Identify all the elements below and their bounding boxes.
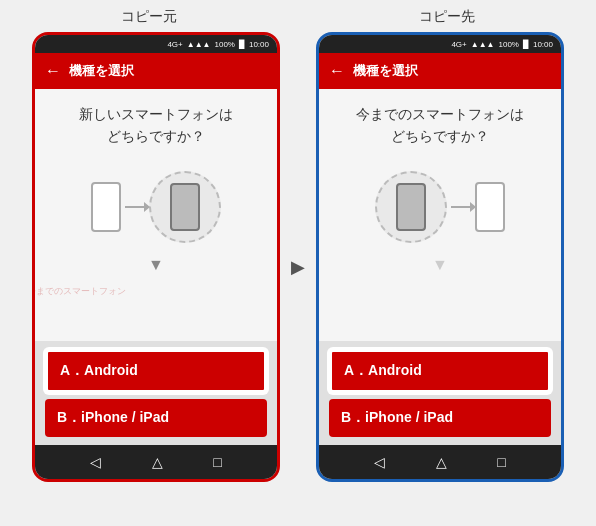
copy-source-label: コピー元 bbox=[121, 8, 177, 26]
copy-dest-label: コピー先 bbox=[419, 8, 475, 26]
down-arrow-right: ▼ bbox=[432, 256, 448, 274]
android-button-left[interactable]: A．Android bbox=[45, 349, 267, 393]
iphone-button-left[interactable]: B．iPhone / iPad bbox=[45, 399, 267, 437]
android-button-right[interactable]: A．Android bbox=[329, 349, 551, 393]
illus-phone-center-right bbox=[396, 183, 426, 231]
phone-content-left: 新しいスマートフォンは どちらですか？ ▼ 今までのスマートフォン bbox=[35, 89, 277, 445]
illus-arrow-left bbox=[125, 206, 145, 208]
question-left: 新しいスマートフォンは どちらですか？ bbox=[79, 103, 233, 148]
back-nav-icon-right[interactable]: ◁ bbox=[374, 454, 385, 470]
recents-nav-icon-left[interactable]: □ bbox=[213, 454, 221, 470]
illus-phone-small-left bbox=[91, 182, 121, 232]
down-arrow-left: ▼ bbox=[148, 256, 164, 274]
illustration-left bbox=[45, 162, 267, 252]
bg-hint-left: 今までのスマートフォン bbox=[35, 285, 126, 298]
back-arrow-right[interactable]: ← bbox=[329, 62, 345, 80]
illus-circle-left bbox=[149, 171, 221, 243]
iphone-button-right[interactable]: B．iPhone / iPad bbox=[329, 399, 551, 437]
bottom-nav-right: ◁ △ □ bbox=[319, 445, 561, 479]
back-arrow-left[interactable]: ← bbox=[45, 62, 61, 80]
buttons-area-right: A．Android B．iPhone / iPad bbox=[319, 341, 561, 445]
between-arrow: ▶ bbox=[288, 256, 308, 278]
home-nav-icon-right[interactable]: △ bbox=[436, 454, 447, 470]
phone-right: 4G+ ▲▲▲ 100% ▉ 10:00 ← 機種を選択 今までのスマートフォン… bbox=[316, 32, 564, 482]
nav-bar-right: ← 機種を選択 bbox=[319, 53, 561, 89]
illus-circle-right bbox=[375, 171, 447, 243]
question-right: 今までのスマートフォンは どちらですか？ bbox=[356, 103, 524, 148]
buttons-area-left: A．Android B．iPhone / iPad bbox=[35, 341, 277, 445]
status-bar-right: 4G+ ▲▲▲ 100% ▉ 10:00 bbox=[319, 35, 561, 53]
home-nav-icon-left[interactable]: △ bbox=[152, 454, 163, 470]
nav-bar-left: ← 機種を選択 bbox=[35, 53, 277, 89]
status-bar-left: 4G+ ▲▲▲ 100% ▉ 10:00 bbox=[35, 35, 277, 53]
phone-content-right: 今までのスマートフォンは どちらですか？ ▼ A．Android B．iPho bbox=[319, 89, 561, 445]
illus-arrow-right bbox=[451, 206, 471, 208]
bottom-nav-left: ◁ △ □ bbox=[35, 445, 277, 479]
nav-title-left: 機種を選択 bbox=[69, 62, 134, 80]
illustration-right bbox=[329, 162, 551, 252]
illus-phone-small-right bbox=[475, 182, 505, 232]
phone-left: 4G+ ▲▲▲ 100% ▉ 10:00 ← 機種を選択 新しいスマートフォンは… bbox=[32, 32, 280, 482]
nav-title-right: 機種を選択 bbox=[353, 62, 418, 80]
back-nav-icon-left[interactable]: ◁ bbox=[90, 454, 101, 470]
illus-phone-center-left bbox=[170, 183, 200, 231]
recents-nav-icon-right[interactable]: □ bbox=[497, 454, 505, 470]
